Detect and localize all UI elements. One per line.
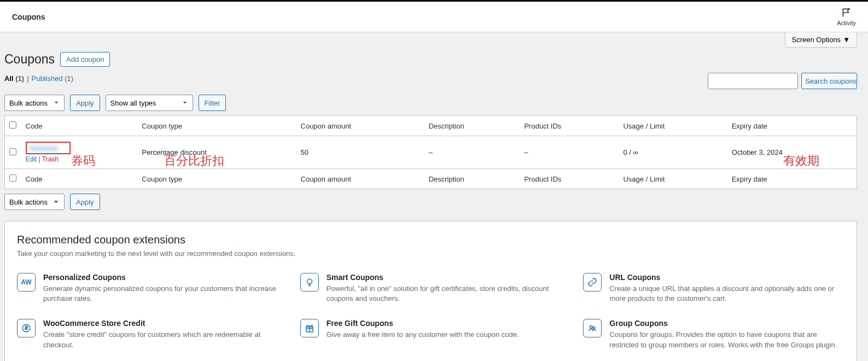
cell-type: Percentage discount (137, 136, 296, 169)
link-icon (583, 273, 602, 292)
activity-label: Activity (837, 20, 856, 26)
bulk-actions-select-bottom[interactable]: Bulk actions (4, 194, 65, 210)
cell-description: – (424, 136, 520, 169)
row-action-edit[interactable]: Edit (26, 155, 37, 163)
col-product-ids[interactable]: Product IDs (520, 116, 619, 136)
extension-item[interactable]: AW Personalized Coupons Generate dynamic… (17, 273, 278, 304)
search-button[interactable]: Search coupons (801, 73, 857, 89)
select-all-bottom[interactable] (9, 174, 16, 182)
page-title: Coupons (4, 52, 55, 67)
extension-item[interactable]: URL Coupons Create a unique URL that app… (583, 273, 844, 304)
svg-point-0 (848, 8, 849, 10)
bulk-actions-select[interactable]: Bulk actions (4, 95, 65, 111)
cell-expiry: October 3, 2024 (727, 136, 857, 169)
view-published[interactable]: Published (1) (32, 74, 74, 83)
extension-item[interactable]: Smart Coupons Powerful, "all in one" sol… (300, 273, 562, 304)
col-code[interactable]: Code (21, 116, 138, 136)
dollar-icon (17, 319, 36, 337)
svg-point-4 (590, 326, 593, 329)
col-usage[interactable]: Usage / Limit (619, 116, 727, 136)
cell-amount: 50 (296, 136, 424, 169)
cell-usage: 0 / ∞ (619, 136, 727, 169)
screen-options-button[interactable]: Screen Options ▼ (785, 32, 857, 48)
col-amount[interactable]: Coupon amount (296, 116, 424, 136)
recommended-panel: Recommended coupon extensions Take your … (4, 221, 857, 361)
add-coupon-button[interactable]: Add coupon (60, 52, 110, 67)
table-row: xxxxxxx Edit | Trash Percentage discount… (5, 136, 857, 169)
bulb-icon (300, 273, 319, 292)
flag-icon (841, 7, 852, 18)
bulk-apply-button-bottom[interactable]: Apply (70, 194, 100, 210)
extension-item[interactable]: WooCommerce Store Credit Create "store c… (17, 319, 278, 350)
svg-point-5 (593, 327, 595, 329)
aw-icon: AW (17, 273, 36, 292)
search-input[interactable] (708, 73, 798, 89)
top-bar-title: Coupons (12, 13, 45, 21)
extension-item[interactable]: Free Gift Coupons Give away a free item … (300, 319, 562, 350)
col-description[interactable]: Description (424, 116, 520, 136)
col-type[interactable]: Coupon type (137, 116, 296, 136)
col-expiry[interactable]: Expiry date (727, 116, 857, 136)
filter-types-select[interactable]: Show all types (106, 95, 193, 111)
view-all[interactable]: All (1) (4, 74, 24, 83)
recommended-heading: Recommended coupon extensions (17, 234, 844, 246)
row-select[interactable] (9, 148, 16, 155)
svg-point-1 (307, 279, 312, 284)
coupon-code-link[interactable]: xxxxxxx (26, 142, 71, 154)
cell-product-ids: – (520, 136, 619, 169)
coupons-table: Code Coupon type Coupon amount Descripti… (4, 115, 857, 189)
recommended-sub: Take your coupon marketing to the next l… (17, 249, 844, 258)
extension-item[interactable]: Group Coupons Coupons for groups. Provid… (583, 319, 844, 350)
row-action-trash[interactable]: Trash (42, 155, 59, 163)
gift-icon (300, 319, 319, 337)
chevron-down-icon: ▼ (843, 36, 850, 44)
top-bar: Coupons Activity (0, 0, 868, 32)
filter-button[interactable]: Filter (199, 95, 226, 111)
bulk-apply-button-top[interactable]: Apply (70, 95, 100, 111)
activity-button[interactable]: Activity (837, 7, 856, 26)
group-icon (583, 319, 602, 337)
select-all-top[interactable] (9, 121, 16, 129)
